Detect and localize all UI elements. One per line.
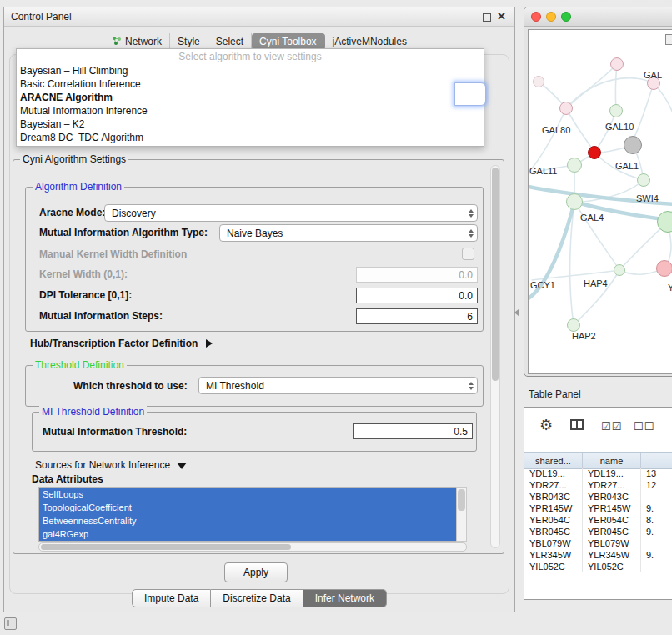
network-node[interactable] <box>624 136 642 154</box>
hub-section-header[interactable]: Hub/Transcription Factor Definition <box>30 335 213 350</box>
algorithm-definition-group: Algorithm Definition Aracne Mode: Discov… <box>25 187 484 332</box>
combo-stepper-icon <box>464 205 477 221</box>
table-panel-window: ⚙ ☑☑ ☐☐ shared...name YDL19...YDL19...13… <box>524 407 672 600</box>
table-row[interactable]: YIL052CYIL052C <box>524 561 672 572</box>
float-window-icon[interactable] <box>483 13 491 22</box>
mi-steps-label: Mutual Information Steps: <box>39 310 163 322</box>
column-header[interactable]: shared... <box>524 452 583 468</box>
table-row[interactable]: YPR145WYPR145W9. <box>524 502 672 514</box>
columns-icon[interactable] <box>570 419 584 430</box>
deselect-all-columns-icon[interactable]: ☐☐ <box>634 420 654 432</box>
network-node[interactable] <box>588 146 601 159</box>
zoom-traffic-light-icon[interactable] <box>561 12 571 22</box>
kernel-width-field[interactable]: 0.0 <box>356 267 478 282</box>
manual-kernel-checkbox[interactable] <box>462 248 474 260</box>
apply-button[interactable]: Apply <box>224 562 288 582</box>
network-node[interactable] <box>567 158 582 172</box>
mi-steps-field[interactable]: 6 <box>356 308 478 324</box>
table-body: YDL19...YDL19...13YDR27...YDR27...12YBR0… <box>524 468 672 599</box>
combo-stepper-icon <box>464 378 477 393</box>
table-cell: YDL19... <box>524 468 583 479</box>
table-row[interactable]: YDL19...YDL19...13 <box>524 468 672 479</box>
table-cell: 12 <box>641 479 672 491</box>
table-cell <box>641 491 672 502</box>
network-node[interactable] <box>614 264 625 276</box>
table-row[interactable]: YBR045CYBR045C9. <box>524 526 672 538</box>
birdseye-toggle-icon[interactable] <box>665 34 672 45</box>
mi-type-select[interactable]: Naive Bayes <box>219 224 478 242</box>
network-node[interactable] <box>559 102 573 115</box>
column-header[interactable]: name <box>583 452 641 468</box>
scrollbar-thumb[interactable] <box>492 168 499 381</box>
table-cell: YLR345W <box>524 549 583 561</box>
tab-select[interactable]: Select <box>208 33 252 50</box>
panel-title: Control Panel <box>11 11 72 22</box>
select-all-columns-icon[interactable]: ☑☑ <box>601 420 622 432</box>
network-node[interactable] <box>656 260 672 277</box>
network-canvas[interactable]: GALGAL80GAL10GAL11GAL1SWI4GAL4GCY1HAP4HA… <box>528 29 672 374</box>
tab-jactivemnodules[interactable]: jActiveMNodules <box>325 33 414 50</box>
network-window-titlebar[interactable] <box>524 8 672 27</box>
aracne-mode-select[interactable]: Discovery <box>104 204 478 222</box>
network-node-label: GCY1 <box>530 280 555 290</box>
data-attribute-item[interactable]: TopologicalCoefficient <box>39 501 456 514</box>
which-threshold-select[interactable]: MI Threshold <box>198 377 478 394</box>
which-threshold-label: Which threshold to use: <box>73 380 188 392</box>
tab-cyni-toolbox[interactable]: Cyni Toolbox <box>252 33 324 50</box>
gear-icon[interactable]: ⚙ <box>539 416 553 434</box>
data-attribute-item[interactable]: gal4RGexp <box>39 528 456 541</box>
network-node-label: GAL1 <box>615 161 639 171</box>
network-node-label: Y <box>668 282 672 292</box>
algorithm-option[interactable]: Mutual Information Inference <box>17 104 484 118</box>
close-traffic-light-icon[interactable] <box>531 12 541 22</box>
algorithm-option[interactable]: Bayesian – Hill Climbing <box>17 64 484 78</box>
scrollbar-thumb[interactable] <box>41 544 291 550</box>
bottom-tab-discretize-data[interactable]: Discretize Data <box>211 589 303 608</box>
data-attribute-item[interactable]: BetweennessCentrality <box>39 514 456 528</box>
network-node[interactable] <box>637 173 650 187</box>
network-node-label: GAL80 <box>542 125 570 135</box>
tab-style[interactable]: Style <box>170 33 208 50</box>
close-icon[interactable]: ✕ <box>497 10 506 22</box>
panel-collapse-handle-icon[interactable] <box>514 308 519 317</box>
table-cell: YBL079W <box>583 538 641 549</box>
network-node[interactable] <box>567 318 580 332</box>
sources-collapse-arrow-icon[interactable] <box>177 462 187 469</box>
minimize-traffic-light-icon[interactable] <box>546 12 556 22</box>
network-node[interactable] <box>566 193 583 210</box>
hub-expand-arrow-icon[interactable] <box>206 339 213 348</box>
algorithm-option[interactable]: Basic Correlation Inference <box>17 78 484 91</box>
settings-scrollbar[interactable] <box>490 165 500 548</box>
dpi-tolerance-field[interactable]: 0.0 <box>356 288 478 303</box>
column-header[interactable] <box>641 452 672 468</box>
attributes-list-vscrollbar[interactable] <box>456 487 467 542</box>
sources-section-header[interactable]: Sources for Network Inference <box>35 457 187 472</box>
mi-threshold-label: Mutual Information Threshold: <box>43 426 187 438</box>
tab-label: Network <box>125 36 162 48</box>
mi-threshold-definition-title: MI Threshold Definition <box>39 406 147 418</box>
network-node[interactable] <box>533 76 544 88</box>
aracne-mode-label: Aracne Mode: <box>39 207 105 218</box>
control-panel-titlebar[interactable]: Control Panel ✕ <box>4 8 514 27</box>
hide-panel-icon[interactable] <box>4 618 17 630</box>
network-node[interactable] <box>609 104 623 118</box>
bottom-tab-infer-network[interactable]: Infer Network <box>303 589 387 608</box>
algorithm-option[interactable]: Dream8 DC_TDC Algorithm <box>17 131 484 144</box>
table-row[interactable]: YBR043CYBR043C <box>524 491 672 502</box>
mi-threshold-field[interactable]: 0.5 <box>353 423 473 439</box>
manual-kernel-label: Manual Kernel Width Definition <box>39 248 187 260</box>
bottom-tab-impute-data[interactable]: Impute Data <box>132 589 211 608</box>
attributes-list-hscrollbar[interactable] <box>38 542 467 552</box>
algorithm-option[interactable]: Bayesian – K2 <box>17 118 484 131</box>
network-node[interactable] <box>610 58 624 71</box>
network-node-label: GAL10 <box>605 122 634 132</box>
algorithm-combobox-fragment[interactable] <box>454 82 486 106</box>
scrollbar-thumb[interactable] <box>458 489 465 511</box>
data-attributes-list[interactable]: SelfLoopsTopologicalCoefficientBetweenne… <box>38 487 456 542</box>
table-row[interactable]: YER054CYER054C8. <box>524 514 672 526</box>
data-attribute-item[interactable]: SelfLoops <box>39 488 456 501</box>
table-row[interactable]: YDR27...YDR27...12 <box>524 479 672 491</box>
algorithm-option[interactable]: ARACNE Algorithm <box>17 91 484 104</box>
table-row[interactable]: YLR345WYLR345W9. <box>524 549 672 561</box>
table-row[interactable]: YBL079WYBL079W <box>524 538 672 549</box>
